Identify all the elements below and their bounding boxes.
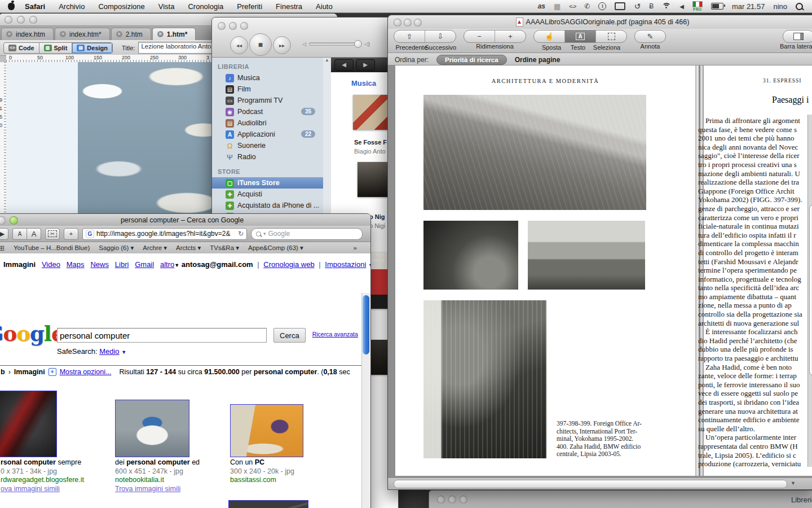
sidebar-toggle-button[interactable]	[783, 30, 812, 42]
tab-1-htm-active[interactable]: × 1.htm*	[152, 28, 196, 40]
phone-icon[interactable]: ✆	[584, 2, 590, 10]
browser-scrollbar[interactable]	[361, 293, 370, 508]
grid-icon[interactable]: ▦	[554, 2, 561, 11]
zoom-button[interactable]	[460, 496, 467, 503]
search-field[interactable]: ▾ Google	[251, 228, 363, 240]
sidebar-item-acquistato-iphone[interactable]: ✚ Acquistato da iPhone di ...	[212, 200, 323, 211]
bookmark-item[interactable]: YouTube – H...Bondi Blue)	[14, 244, 90, 251]
show-options-link[interactable]: Mostra opzioni...	[60, 368, 112, 376]
result-title[interactable]: rsonal computer sempre	[1, 458, 84, 467]
scroll-down-arrow[interactable]: ▼	[791, 480, 796, 486]
advanced-search-link[interactable]: Ricerca avanzata	[312, 331, 358, 338]
result-thumbnail[interactable]	[115, 400, 189, 457]
album-artist[interactable]: Biagio Anto	[354, 148, 386, 155]
fast-user-switch-name[interactable]: nino	[773, 2, 787, 11]
nav-maps[interactable]: Maps	[67, 260, 85, 269]
scroll-thumb[interactable]	[394, 480, 787, 488]
bookmark-item[interactable]: Saggio (6) ▾	[99, 244, 134, 252]
itunes-titlebar[interactable]: ◂◂ ■ ▸▸ ◁ ◁)	[212, 17, 398, 58]
album-artist[interactable]: o Nigi	[369, 222, 385, 229]
pdf-vertical-scrollbar[interactable]	[807, 115, 812, 467]
scroll-thumb[interactable]	[363, 295, 369, 354]
close-button[interactable]	[437, 496, 445, 503]
zoom-out-button[interactable]: −	[464, 30, 495, 42]
tab-close-icon[interactable]: ×	[60, 31, 66, 37]
tab-2-htm[interactable]: × 2.htm	[111, 28, 151, 40]
stop-button[interactable]: ■	[249, 33, 272, 56]
nav-news[interactable]: News	[90, 260, 109, 269]
nav-immagini[interactable]: Immagini	[3, 260, 36, 269]
apple-menu-icon[interactable]	[8, 3, 15, 10]
similar-images-link[interactable]: ova immagini simili	[1, 485, 84, 494]
settings-caret[interactable]: ▼	[368, 262, 370, 268]
pdf-horizontal-scrollbar[interactable]: ▼	[388, 478, 812, 489]
volume-knob[interactable]	[354, 40, 362, 48]
minimize-button[interactable]	[229, 22, 237, 30]
nav-altro[interactable]: altro	[160, 260, 174, 269]
close-button[interactable]	[218, 22, 226, 30]
web-history-link[interactable]: Cronologia web	[263, 260, 314, 269]
menu-vista[interactable]: Vista	[158, 2, 175, 11]
store-back-button[interactable]: ◀	[334, 59, 354, 71]
tab-close-icon[interactable]: ×	[157, 31, 164, 37]
safesearch-caret[interactable]: ▼	[121, 349, 126, 355]
result-thumbnail[interactable]	[228, 500, 308, 508]
sidebar-item-film[interactable]: ▤ Film	[212, 84, 323, 95]
expand-options-icon[interactable]: +	[48, 368, 56, 376]
altro-caret[interactable]: ▼	[174, 262, 179, 268]
battery-icon[interactable]	[711, 3, 723, 10]
sidebar-item-acquisti[interactable]: ✚ Acquisti	[212, 189, 323, 200]
menu-preferiti[interactable]: Preferiti	[237, 2, 262, 11]
sort-page-order-button[interactable]: Ordine pagine	[515, 56, 561, 64]
bookmarks-grid-icon[interactable]: ⊞	[0, 244, 5, 252]
settings-link[interactable]: Impostazioni	[325, 260, 366, 269]
sidebar-item-suonerie[interactable]: Ω Suonerie	[212, 140, 323, 151]
sidebar-item-audiolibri[interactable]: ▤ Audiolibri	[212, 117, 323, 129]
scroll-thumb[interactable]	[809, 205, 812, 375]
result-title[interactable]: dei personal computer ed	[115, 458, 200, 467]
album-title[interactable]: Se Fosse F	[354, 139, 387, 146]
smaller-text-button[interactable]: A	[12, 228, 27, 240]
safesearch-level-link[interactable]: Medio	[99, 347, 119, 356]
sidebar-item-podcast[interactable]: ◉ Podcast 35	[212, 106, 323, 117]
menu-clock[interactable]: mar 21.57	[732, 2, 765, 11]
menu-aiuto[interactable]: Aiuto	[316, 2, 333, 11]
menu-cronologia[interactable]: Cronologia	[188, 2, 223, 11]
new-tab-button[interactable]: +	[64, 228, 78, 240]
forward-button[interactable]: ▶	[0, 228, 8, 240]
result-title[interactable]: Con un PC	[230, 458, 294, 467]
bookmark-item[interactable]: TVs&Ra ▾	[210, 244, 239, 252]
sync-alert-icon[interactable]: !	[598, 2, 606, 10]
album-cover[interactable]	[353, 95, 388, 130]
nav-video[interactable]: Video	[42, 260, 60, 269]
time-machine-icon[interactable]: ↺	[634, 2, 641, 11]
select-tool-button[interactable]	[596, 30, 626, 42]
close-button[interactable]	[5, 16, 12, 24]
bookmark-item[interactable]: Archre ▾	[143, 244, 167, 252]
fast-forward-button[interactable]: ▸▸	[273, 36, 291, 54]
zoom-button[interactable]	[414, 19, 422, 27]
bookmark-item[interactable]: Arctcts ▾	[176, 244, 201, 252]
annotate-button[interactable]: ✎	[635, 30, 665, 42]
close-button[interactable]	[394, 19, 401, 27]
spotlight-icon[interactable]	[796, 3, 803, 10]
move-tool-button[interactable]: ☝	[534, 30, 565, 42]
minimize-button[interactable]	[0, 216, 6, 225]
zoom-button[interactable]	[240, 22, 248, 30]
result-thumbnail[interactable]	[230, 404, 303, 457]
next-page-button[interactable]: ⇩	[425, 30, 456, 42]
display-icon[interactable]	[615, 2, 625, 10]
search-button[interactable]: Cerca	[273, 328, 306, 343]
minimize-button[interactable]	[17, 16, 25, 24]
rewind-button[interactable]: ◂◂	[230, 36, 248, 54]
result-thumbnail[interactable]	[0, 391, 57, 457]
tab-close-icon[interactable]: ×	[116, 31, 122, 37]
text-tool-button[interactable]: A	[565, 30, 596, 42]
menu-safari[interactable]: Safari	[25, 2, 45, 11]
pdf-titlebar[interactable]: AAAALibroSAGGIOoriginale.pdf (pagina 405…	[388, 15, 812, 29]
album-title[interactable]: o Nig	[369, 213, 385, 220]
store-forward-button[interactable]: ▶	[356, 59, 375, 71]
search-input[interactable]	[57, 328, 267, 343]
minimize-button[interactable]	[404, 19, 412, 27]
zoom-in-button[interactable]: +	[495, 30, 526, 42]
